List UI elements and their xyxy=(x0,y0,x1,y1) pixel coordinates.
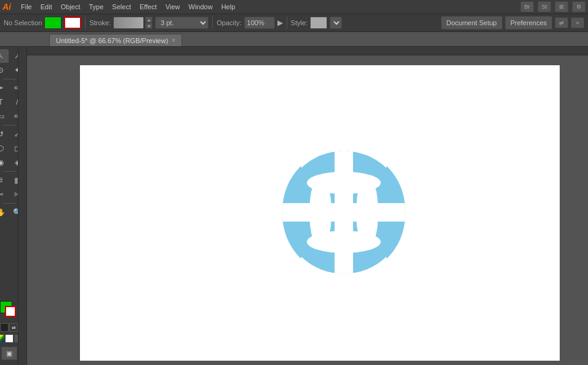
transform-tools: ↺ ⤢ xyxy=(0,127,18,141)
menu-edit[interactable]: Edit xyxy=(37,2,56,12)
color-area: ⇄ ▣ xyxy=(0,301,18,363)
tool-sep-4 xyxy=(3,203,15,204)
eyedropper-tool[interactable]: ◉ xyxy=(0,156,9,169)
select-tools: ↖ ↗ xyxy=(0,49,18,63)
tool-sep-3 xyxy=(3,171,15,172)
mesh-tool[interactable]: # xyxy=(0,174,9,187)
separator-1 xyxy=(85,17,85,29)
swap-icon[interactable]: ⇄ xyxy=(9,323,18,332)
stroke-swatch[interactable] xyxy=(5,306,16,317)
menu-window[interactable]: Window xyxy=(185,2,217,12)
workspace-icon[interactable]: ⊞ xyxy=(555,1,568,12)
options-toolbar: No Selection Stroke: ▲ ▼ 3 pt. 1 pt. Rou… xyxy=(0,14,588,32)
menu-help[interactable]: Help xyxy=(218,2,239,12)
zoom-tool[interactable]: 🔍 xyxy=(9,206,18,219)
menu-object[interactable]: Object xyxy=(57,2,84,12)
artboard xyxy=(80,65,560,361)
selection-label: No Selection xyxy=(4,19,42,26)
artboard-tool[interactable]: ▣ xyxy=(1,347,17,360)
stroke-label: Stroke: xyxy=(89,19,111,26)
document-tab[interactable]: Untitled-5* @ 66.67% (RGB/Preview) × xyxy=(49,34,182,46)
paint-tools: ◉ ◈ xyxy=(0,156,18,169)
slice-tools: ✂ ✄ xyxy=(0,188,18,201)
arrange-icon[interactable]: ⇌ xyxy=(555,17,568,28)
pattern-mode-icon[interactable] xyxy=(14,334,19,343)
add-anchor-tool[interactable]: ✏ xyxy=(9,81,18,95)
pen-tool[interactable]: ✒ xyxy=(0,81,9,95)
stroke-up[interactable]: ▲ xyxy=(145,17,153,23)
hand-tool[interactable]: ✋ xyxy=(0,206,9,219)
eraser-tool[interactable]: ◻ xyxy=(9,142,18,155)
stroke-style-select[interactable]: 3 pt. 1 pt. Round 2 pt. Round xyxy=(155,17,209,29)
stroke-spinner[interactable]: ▲ ▼ xyxy=(145,17,153,29)
tab-bar: Untitled-5* @ 66.67% (RGB/Preview) × xyxy=(0,32,588,47)
chart-tool[interactable]: ▦ xyxy=(9,174,18,187)
bridge-icon[interactable]: Br xyxy=(520,1,534,12)
menu-view[interactable]: View xyxy=(162,2,184,12)
tool-sep-1 xyxy=(3,79,15,79)
shaper-tools: ⬡ ◻ xyxy=(0,142,18,155)
lasso-tools: ⊙ ✦ xyxy=(0,63,18,77)
slice2-tool[interactable]: ✄ xyxy=(9,188,18,201)
separator-3 xyxy=(287,17,287,29)
menu-file[interactable]: File xyxy=(17,2,36,12)
opacity-arrow[interactable]: ▶ xyxy=(277,18,283,27)
stroke-down[interactable]: ▼ xyxy=(145,23,153,29)
separator-2 xyxy=(212,17,213,29)
shaper-tool[interactable]: ⬡ xyxy=(0,142,9,155)
more-icon[interactable]: ⚙ xyxy=(572,1,586,12)
stock-icon[interactable]: St xyxy=(538,1,551,12)
tool-sep-2 xyxy=(3,125,15,126)
magic-wand-tool[interactable]: ✦ xyxy=(9,63,18,77)
mesh-tools: # ▦ xyxy=(0,174,18,187)
color-mode-icon[interactable] xyxy=(0,334,4,343)
app-logo: Ai xyxy=(2,2,11,12)
line-tool[interactable]: / xyxy=(9,95,18,109)
tab-title: Untitled-5* @ 66.67% (RGB/Preview) xyxy=(56,37,168,44)
menu-select[interactable]: Select xyxy=(108,2,135,12)
rotate-tool[interactable]: ↺ xyxy=(0,127,9,141)
menu-bar: Ai File Edit Object Type Select Effect V… xyxy=(0,0,588,14)
stroke-weight-input[interactable] xyxy=(113,17,144,29)
svg-point-10 xyxy=(307,231,381,253)
blend-tool[interactable]: ◈ xyxy=(9,156,18,169)
fill-color-box[interactable] xyxy=(44,17,62,29)
slice-tool[interactable]: ✂ xyxy=(0,188,9,201)
horizontal-ruler xyxy=(18,47,588,55)
menu-type[interactable]: Type xyxy=(85,2,108,12)
toolbox: ↖ ↗ ⊙ ✦ ✒ ✏ T / ▭ ✏ ↺ ⤢ ⬡ ◻ ◉ xyxy=(0,47,18,365)
canvas-area[interactable] xyxy=(18,47,588,365)
shape-tools: ▭ ✏ xyxy=(0,110,18,123)
none-mode-icon[interactable] xyxy=(5,334,14,343)
opacity-label: Opacity: xyxy=(217,19,241,26)
style-label: Style: xyxy=(291,19,308,26)
svg-point-9 xyxy=(307,172,381,194)
more-options-icon[interactable]: » xyxy=(571,17,584,28)
scale-tool[interactable]: ⤢ xyxy=(9,127,18,141)
stroke-color-box[interactable] xyxy=(64,17,81,29)
document-setup-button[interactable]: Document Setup xyxy=(441,16,503,30)
opacity-input[interactable] xyxy=(244,17,275,29)
preferences-button[interactable]: Preferences xyxy=(505,16,552,30)
pencil-tool[interactable]: ✏ xyxy=(9,110,18,123)
view-tools: ✋ 🔍 xyxy=(0,206,18,219)
style-box[interactable] xyxy=(310,17,327,29)
main-area: ↖ ↗ ⊙ ✦ ✒ ✏ T / ▭ ✏ ↺ ⤢ ⬡ ◻ ◉ xyxy=(0,47,588,365)
pen-tools: ✒ ✏ xyxy=(0,81,18,95)
style-select[interactable] xyxy=(330,17,342,29)
svg-rect-6 xyxy=(276,203,411,222)
type-tools: T / xyxy=(0,95,18,109)
type-tool[interactable]: T xyxy=(0,95,9,109)
vertical-ruler xyxy=(18,47,27,365)
menu-app-icons: Br St ⊞ ⚙ xyxy=(520,1,586,12)
globe-icon xyxy=(276,145,411,281)
lasso-tool[interactable]: ⊙ xyxy=(0,63,9,77)
tab-close-button[interactable]: × xyxy=(172,37,175,44)
direct-select-tool[interactable]: ↗ xyxy=(9,49,18,63)
black-white-icon[interactable] xyxy=(0,323,9,332)
rect-tool[interactable]: ▭ xyxy=(0,110,9,123)
select-tool[interactable]: ↖ xyxy=(0,49,9,63)
menu-effect[interactable]: Effect xyxy=(136,2,161,12)
